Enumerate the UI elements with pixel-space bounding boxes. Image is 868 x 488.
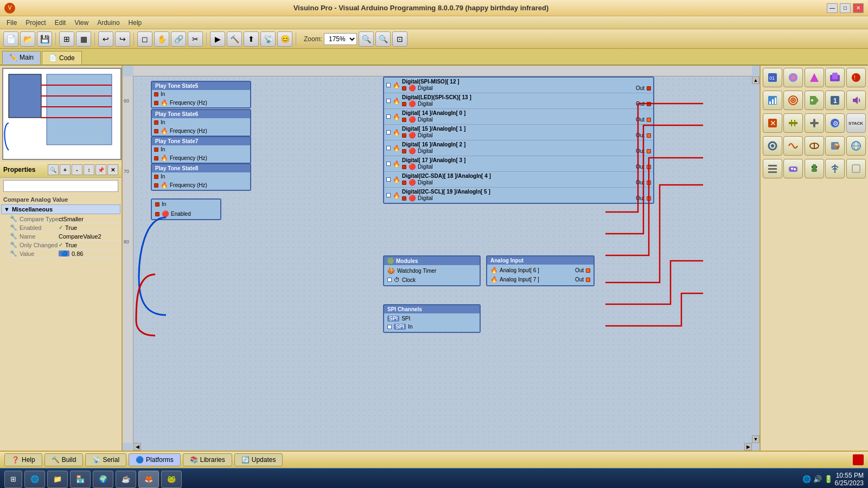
scroll-left-btn[interactable]: ◀: [133, 443, 141, 451]
scroll-down-btn[interactable]: ▼: [752, 435, 760, 443]
taskbar-ie[interactable]: 🌐: [24, 471, 45, 488]
modules-body: 🍪 Watchdog Timer ⏱ Clock: [384, 265, 480, 285]
cut-button[interactable]: ✂: [188, 31, 203, 47]
open-button[interactable]: 📂: [20, 31, 35, 47]
stop-button[interactable]: [853, 454, 864, 465]
palette-btn-gamepad[interactable]: [783, 159, 803, 178]
palette-btn-chart[interactable]: [763, 91, 782, 110]
upload-button[interactable]: ⬆: [244, 31, 259, 47]
palette-btn-plug[interactable]: [805, 159, 824, 178]
status-tab-updates[interactable]: 🔄 Updates: [234, 453, 283, 466]
minimize-button[interactable]: —: [827, 3, 838, 13]
scroll-up-btn[interactable]: ▲: [752, 76, 760, 84]
palette-btn-antenna[interactable]: [825, 159, 845, 178]
menu-edit[interactable]: Edit: [50, 18, 71, 28]
props-pin-btn[interactable]: 📌: [95, 164, 106, 175]
in-enabled-block: In 🔴 Enabled: [151, 198, 221, 220]
align-button[interactable]: ▦: [76, 31, 91, 47]
palette-btn-empty[interactable]: [846, 159, 866, 178]
menu-arduino[interactable]: Arduino: [93, 18, 124, 28]
palette-btn-tag[interactable]: [805, 91, 824, 110]
grid-button[interactable]: ⊞: [59, 31, 74, 47]
palette-btn-wave[interactable]: [783, 136, 803, 156]
palette-btn-target[interactable]: [783, 91, 803, 110]
svg-text:1: 1: [833, 97, 837, 105]
blue-curve-svg: [133, 212, 177, 320]
properties-search[interactable]: [3, 180, 118, 192]
props-val-name[interactable]: CompareValue2: [59, 233, 118, 240]
props-toolbar: 🔍 + - ↕ 📌 ✕: [48, 164, 118, 175]
scroll-right-btn[interactable]: ▶: [744, 443, 752, 451]
zoom-out-button[interactable]: 🔍: [375, 31, 391, 47]
props-collapse-btn[interactable]: -: [72, 164, 82, 175]
palette-btn-list[interactable]: [763, 159, 782, 178]
menu-view[interactable]: View: [70, 18, 93, 28]
windows-taskbar: ⊞ 🌐 📁 🏪 🌍 ☕ 🦊 🐸 🌐 🔊 🔋 10:55 PM 6/25/2023: [0, 468, 868, 488]
select-button[interactable]: ◻: [137, 31, 152, 47]
props-val-enabled[interactable]: ✓ True: [59, 224, 118, 231]
connect-button[interactable]: 🔗: [171, 31, 186, 47]
tab-code[interactable]: 📄 Code: [42, 51, 82, 65]
props-val-only-changed[interactable]: ✓ True: [59, 242, 118, 248]
taskbar-store[interactable]: 🏪: [70, 471, 91, 488]
palette-btn-package[interactable]: 📦: [825, 136, 845, 156]
palette-btn-one[interactable]: 1: [825, 91, 845, 110]
build-button[interactable]: 🔨: [227, 31, 242, 47]
palette-btn-binary[interactable]: 01: [763, 68, 782, 87]
props-close-btn[interactable]: ✕: [107, 164, 118, 175]
status-tab-build[interactable]: 🔨 Build: [44, 453, 84, 466]
palette-btn-telescope[interactable]: [805, 136, 824, 156]
palette-btn-wrench[interactable]: [805, 113, 824, 133]
properties-header: Properties 🔍 + - ↕ 📌 ✕: [0, 162, 122, 178]
status-tab-help[interactable]: ❓ Help: [4, 453, 42, 466]
zoom-select[interactable]: 50%75%100%125%150%175%200%: [324, 33, 357, 45]
palette-btn-purple[interactable]: [825, 68, 845, 87]
props-expand-btn[interactable]: +: [60, 164, 71, 175]
svg-point-6: [852, 73, 860, 82]
emoji-button[interactable]: 😊: [277, 31, 292, 47]
zoom-fit-button[interactable]: ⊡: [392, 31, 407, 47]
move-button[interactable]: ✋: [154, 31, 169, 47]
save-button[interactable]: 💾: [37, 31, 52, 47]
svg-point-15: [811, 99, 813, 101]
start-button[interactable]: ⊞: [4, 471, 22, 488]
props-sort-btn[interactable]: ↕: [84, 164, 94, 175]
tab-main[interactable]: ✏️ Main: [2, 51, 41, 65]
app-icon: V: [4, 3, 15, 14]
minimap: [2, 68, 122, 160]
redo-button[interactable]: ↪: [115, 31, 130, 47]
palette-btn-red[interactable]: !: [846, 68, 866, 87]
taskbar-explorer[interactable]: 📁: [47, 471, 68, 488]
taskbar-firefox[interactable]: 🦊: [138, 471, 159, 488]
palette-btn-sound[interactable]: [846, 91, 866, 110]
palette-btn-shape[interactable]: [805, 68, 824, 87]
new-button[interactable]: 📄: [3, 31, 18, 47]
maximize-button[interactable]: □: [840, 3, 851, 13]
palette-btn-bolt[interactable]: ⚙: [825, 113, 845, 133]
menu-help[interactable]: Help: [124, 18, 146, 28]
palette-btn-color[interactable]: [783, 68, 803, 87]
palette-btn-gear2[interactable]: [763, 136, 782, 156]
undo-button[interactable]: ↩: [98, 31, 113, 47]
props-val-value[interactable]: 🔵0.86: [59, 251, 118, 257]
palette-btn-globe[interactable]: [846, 136, 866, 156]
props-val-compare-type[interactable]: ctSmaller: [59, 216, 118, 222]
props-search-btn[interactable]: 🔍: [48, 164, 59, 175]
taskbar-java[interactable]: ☕: [116, 471, 136, 488]
status-tab-platforms[interactable]: 🔵 Platforms: [129, 453, 181, 466]
menu-project[interactable]: Project: [21, 18, 50, 28]
taskbar-visuino[interactable]: 🐸: [161, 471, 182, 488]
palette-btn-multiply[interactable]: ✕: [763, 113, 782, 133]
status-tab-serial[interactable]: 📡 Serial: [85, 453, 126, 466]
menu-file[interactable]: File: [2, 18, 21, 28]
svg-rect-45: [812, 166, 813, 168]
svg-rect-38: [768, 171, 777, 173]
status-tab-libraries[interactable]: 📚 Libraries: [183, 453, 232, 466]
close-button[interactable]: ✕: [853, 3, 864, 13]
serial-button[interactable]: 📡: [260, 31, 276, 47]
run-button[interactable]: ▶: [210, 31, 225, 47]
palette-btn-stack[interactable]: STACK: [846, 113, 866, 133]
zoom-in-button[interactable]: 🔍: [359, 31, 374, 47]
taskbar-edge[interactable]: 🌍: [93, 471, 113, 488]
palette-btn-measure[interactable]: [783, 113, 803, 133]
